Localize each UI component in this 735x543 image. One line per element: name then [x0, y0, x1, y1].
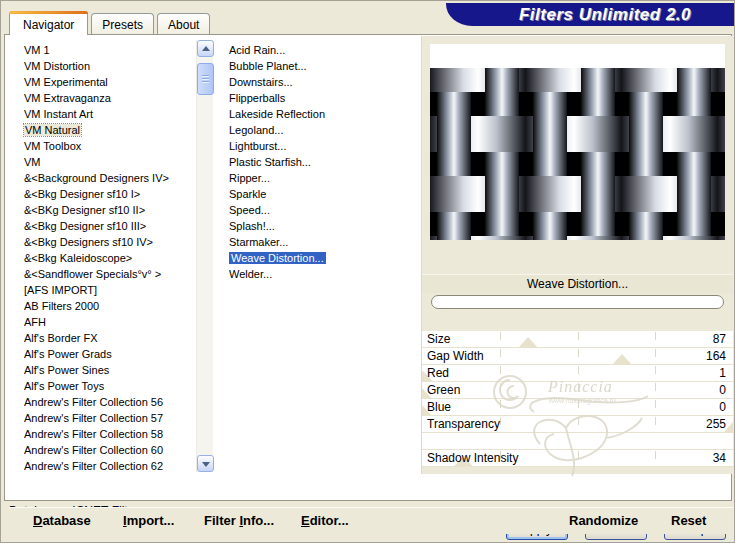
- slider-tick: [655, 417, 656, 425]
- category-item[interactable]: VM Experimental: [10, 74, 196, 90]
- randomize-button[interactable]: Randomize: [569, 513, 638, 528]
- category-item[interactable]: VM Extravaganza: [10, 90, 196, 106]
- tab-about[interactable]: About: [157, 13, 210, 34]
- scroll-down-button[interactable]: [197, 455, 214, 472]
- filter-item[interactable]: Lakeside Reflection: [217, 106, 417, 122]
- filter-item[interactable]: Starmaker...: [217, 234, 417, 250]
- category-item[interactable]: &<Bkg Kaleidoscope>: [10, 250, 196, 266]
- weave-pattern-graphic: [430, 44, 725, 240]
- category-item[interactable]: &<Background Designers IV>: [10, 170, 196, 186]
- filters-unlimited-dialog: { "window": { "title": "Filters Unlimite…: [0, 0, 735, 543]
- slider-row[interactable]: Transparency255: [422, 416, 733, 433]
- category-item[interactable]: Andrew's Filter Collection 62: [10, 458, 196, 470]
- category-item[interactable]: Alf's Border FX: [10, 330, 196, 346]
- slider-label: Red: [427, 365, 449, 382]
- slider-label: Gap Width: [427, 348, 484, 365]
- tab-navigator[interactable]: Navigator: [9, 11, 88, 35]
- filter-item[interactable]: Welder...: [217, 266, 417, 282]
- app-title: Filters Unlimited 2.0: [519, 5, 691, 25]
- category-item[interactable]: VM Toolbox: [10, 138, 196, 154]
- filter-item[interactable]: Sparkle: [217, 186, 417, 202]
- filter-item[interactable]: Acid Rain...: [217, 42, 417, 58]
- filter-item[interactable]: Ripper...: [217, 170, 417, 186]
- filter-item[interactable]: Speed...: [217, 202, 417, 218]
- category-item[interactable]: &<Bkg Designer sf10 III>: [10, 218, 196, 234]
- slider-marker[interactable]: [519, 337, 537, 347]
- category-item[interactable]: &<Sandflower Specials°v° >: [10, 266, 196, 282]
- category-item[interactable]: Alf's Power Toys: [10, 378, 196, 394]
- import-button[interactable]: Import...: [123, 513, 174, 528]
- slider-row[interactable]: Size87: [422, 331, 733, 348]
- slider-tick: [500, 366, 501, 374]
- category-item[interactable]: VM Instant Art: [10, 106, 196, 122]
- progress-bar: [431, 295, 724, 309]
- filter-caption: Weave Distortion...: [422, 274, 733, 293]
- slider-spacer: [422, 433, 733, 450]
- filter-item[interactable]: Flipperballs: [217, 90, 417, 106]
- slider-row[interactable]: Red1: [422, 365, 733, 382]
- scroll-up-button[interactable]: [197, 40, 214, 57]
- slider-tick: [578, 332, 579, 340]
- title-banner: Filters Unlimited 2.0: [446, 3, 735, 26]
- slider-tick: [655, 332, 656, 340]
- category-item[interactable]: Andrew's Filter Collection 56: [10, 394, 196, 410]
- category-item[interactable]: &<Bkg Designer sf10 I>: [10, 186, 196, 202]
- filter-item[interactable]: Plastic Starfish...: [217, 154, 417, 170]
- filter-item[interactable]: Splash!...: [217, 218, 417, 234]
- tab-about-label: About: [168, 18, 199, 32]
- category-item[interactable]: AB Filters 2000: [10, 298, 196, 314]
- settings-panel: Weave Distortion... Size87Gap Width164Re…: [421, 36, 732, 474]
- category-item[interactable]: AFH: [10, 314, 196, 330]
- slider-tick: [578, 383, 579, 391]
- category-item[interactable]: [AFS IMPORT]: [10, 282, 196, 298]
- tab-bar: Navigator Presets About: [9, 11, 213, 34]
- category-item[interactable]: &<BKg Designer sf10 II>: [10, 202, 196, 218]
- category-item[interactable]: VM: [10, 154, 196, 170]
- slider-label: Blue: [427, 399, 451, 416]
- category-item[interactable]: &<Bkg Designers sf10 IV>: [10, 234, 196, 250]
- category-item[interactable]: Andrew's Filter Collection 58: [10, 426, 196, 442]
- slider-tick: [500, 400, 501, 408]
- slider-value: 0: [719, 399, 726, 416]
- slider-value: 34: [713, 450, 726, 467]
- category-list[interactable]: VM 1VM DistortionVM ExperimentalVM Extra…: [10, 40, 196, 470]
- filter-item[interactable]: Weave Distortion...: [217, 250, 417, 266]
- slider-value: 255: [706, 416, 726, 433]
- slider-tick: [578, 451, 579, 459]
- filter-item[interactable]: Downstairs...: [217, 74, 417, 90]
- slider-row[interactable]: Blue0: [422, 399, 733, 416]
- tab-presets[interactable]: Presets: [91, 13, 154, 34]
- reset-button[interactable]: Reset: [671, 513, 706, 528]
- parameter-sliders: Size87Gap Width164Red1Green0Blue0Transpa…: [422, 331, 733, 467]
- tab-navigator-label: Navigator: [23, 18, 74, 32]
- main-panel: VM 1VM DistortionVM ExperimentalVM Extra…: [4, 34, 732, 501]
- editor-button[interactable]: Editor...: [301, 513, 349, 528]
- slider-row[interactable]: Green0: [422, 382, 733, 399]
- filter-item[interactable]: Lightburst...: [217, 138, 417, 154]
- slider-row[interactable]: Shadow Intensity34: [422, 450, 733, 467]
- arrow-up-icon: [202, 46, 210, 51]
- category-item[interactable]: Andrew's Filter Collection 60: [10, 442, 196, 458]
- category-item[interactable]: VM Natural: [10, 122, 196, 138]
- slider-tick: [500, 349, 501, 357]
- category-scrollbar[interactable]: [196, 40, 213, 472]
- filter-item[interactable]: Legoland...: [217, 122, 417, 138]
- filter-info-button[interactable]: Filter Info...: [204, 513, 274, 528]
- category-item[interactable]: VM 1: [10, 42, 196, 58]
- slider-label: Transparency: [427, 416, 500, 433]
- slider-tick: [578, 366, 579, 374]
- filter-item[interactable]: Bubble Planet...: [217, 58, 417, 74]
- filter-list[interactable]: Acid Rain...Bubble Planet...Downstairs..…: [217, 40, 417, 470]
- database-button[interactable]: Database: [33, 513, 91, 528]
- tab-presets-label: Presets: [102, 18, 143, 32]
- slider-label: Green: [427, 382, 460, 399]
- category-item[interactable]: Alf's Power Grads: [10, 346, 196, 362]
- slider-marker[interactable]: [613, 354, 631, 364]
- slider-tick: [578, 400, 579, 408]
- scrollbar-thumb[interactable]: [197, 63, 214, 95]
- category-item[interactable]: VM Distortion: [10, 58, 196, 74]
- category-item[interactable]: Alf's Power Sines: [10, 362, 196, 378]
- category-item[interactable]: Andrew's Filter Collection 57: [10, 410, 196, 426]
- slider-row[interactable]: Gap Width164: [422, 348, 733, 365]
- slider-value: 1: [719, 365, 726, 382]
